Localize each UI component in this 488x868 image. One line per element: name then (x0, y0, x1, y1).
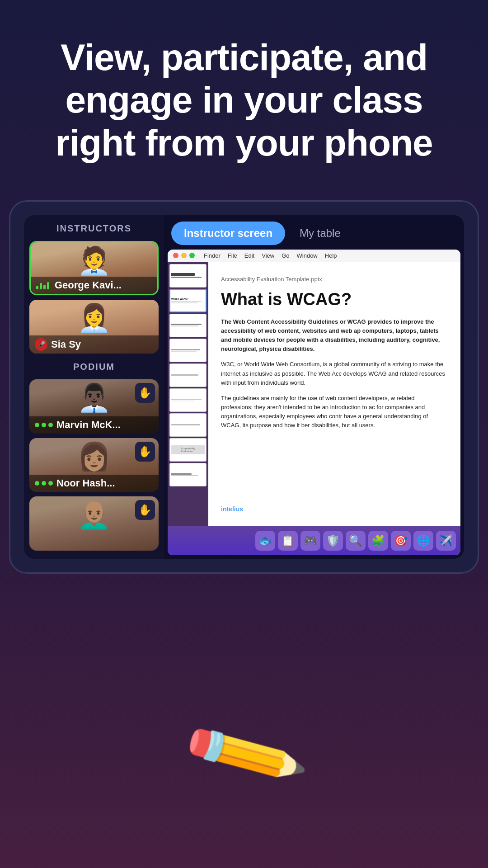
slide-thumb-5[interactable] (169, 363, 206, 387)
dock-icon-notes[interactable]: 📋 (278, 531, 298, 551)
slide-thumb-inner-3 (170, 323, 206, 328)
dock-icon-plane[interactable]: ✈️ (436, 531, 456, 551)
bar1 (36, 286, 38, 289)
mac-menubar: Finder File Edit View Go Window Help (168, 250, 460, 262)
slide-thumb-8[interactable]: AccessibilityEvaluation (169, 438, 206, 462)
pencil-icon: ✏️ (176, 688, 312, 821)
screen-area: Instructor screen My table Finder File E… (164, 215, 464, 559)
slides-sidebar: What is WCAG? (168, 262, 208, 526)
slide-main: Accessability Evaluation Template.pptx W… (208, 262, 460, 526)
slide-para-1-bold: The Web Content Accessibility Guidelines… (221, 318, 440, 352)
dot3 (48, 481, 53, 486)
hero-title: View, participate, and engage in your cl… (27, 36, 461, 164)
participant-card-noor[interactable]: ✋ Noor Hash... (29, 438, 159, 492)
tabs-row: Instructor screen My table (164, 215, 464, 250)
close-button[interactable] (173, 253, 178, 258)
dock-icon-shield[interactable]: 🛡️ (323, 531, 343, 551)
george-name-bar: George Kavi... (31, 277, 157, 294)
tab-instructor-screen[interactable]: Instructor screen (171, 222, 285, 245)
menu-window[interactable]: Window (297, 252, 318, 259)
noor-name-bar: Noor Hash... (29, 475, 159, 492)
sia-name: Sia Sy (51, 339, 81, 350)
dot2 (42, 423, 46, 427)
participant-card-george[interactable]: George Kavi... (29, 241, 159, 295)
dot1 (35, 423, 39, 427)
slide-thumb-9[interactable] (169, 463, 206, 486)
dot3 (48, 423, 53, 427)
menu-file[interactable]: File (228, 252, 237, 259)
mac-window-controls (173, 253, 195, 258)
instructors-label: INSTRUCTORS (29, 223, 159, 234)
mac-content: What is WCAG? (168, 262, 460, 526)
slide-thumb-inner-1 (170, 272, 206, 279)
mac-dock: 🐟 📋 🎮 🛡️ 🔍 🧩 🎯 🌐 ✈️ (168, 526, 460, 555)
bar3 (43, 285, 46, 289)
dock-icon-launchpad[interactable]: 🎮 (300, 531, 320, 551)
dot1 (35, 481, 39, 486)
slide-thumb-6[interactable] (169, 388, 206, 412)
dock-icon-search[interactable]: 🔍 (346, 531, 366, 551)
slide-thumb-7[interactable] (169, 413, 206, 437)
participant-card-marvin[interactable]: ✋ Marvin McK... (29, 379, 159, 434)
noor-dots (35, 481, 53, 486)
slide-body: The Web Content Accessibility Guidelines… (221, 317, 448, 437)
menu-view[interactable]: View (262, 252, 274, 259)
device-inner: INSTRUCTORS George Kavi... (24, 215, 464, 559)
marvin-hand-badge: ✋ (135, 383, 155, 403)
sidebar: INSTRUCTORS George Kavi... (24, 215, 164, 559)
hero-section: View, participate, and engage in your cl… (0, 0, 488, 191)
george-name: George Kavi... (55, 279, 122, 291)
noor-name: Noor Hash... (56, 477, 115, 489)
george-audio-bars (36, 281, 49, 289)
slide-para-2: W3C, or World Wide Web Consortium, is a … (221, 360, 448, 387)
dot2 (42, 481, 46, 486)
participant-card-sia[interactable]: 🎤 Sia Sy (29, 300, 159, 354)
device-card: INSTRUCTORS George Kavi... (9, 200, 479, 574)
dock-icon-browser[interactable]: 🌐 (413, 531, 433, 551)
participant-card-p5[interactable]: ✋ (29, 496, 159, 551)
slide-para-1: The Web Content Accessibility Guidelines… (221, 317, 448, 354)
slide-para-3: The guidelines are mainly for the use of… (221, 394, 448, 430)
slide-thumb-3[interactable] (169, 314, 206, 337)
tab-my-table[interactable]: My table (292, 222, 348, 245)
dock-icon-target[interactable]: 🎯 (391, 531, 411, 551)
bar4 (47, 282, 49, 289)
dock-icon-puzzle[interactable]: 🧩 (368, 531, 388, 551)
slide-filename: Accessability Evaluation Template.pptx (221, 276, 448, 283)
maximize-button[interactable] (189, 253, 195, 258)
slide-heading: What is WCAG? (221, 290, 448, 309)
dock-icon-finder[interactable]: 🐟 (255, 531, 275, 551)
noor-hand-badge: ✋ (135, 442, 155, 462)
podium-label: PODIUM (29, 362, 159, 372)
mac-menu-items: Finder File Edit View Go Window Help (204, 252, 337, 259)
p5-hand-badge: ✋ (135, 500, 155, 520)
pencil-section: ✏️ (0, 574, 488, 868)
slide-thumb-2[interactable]: What is WCAG? (169, 289, 206, 312)
marvin-dots (35, 423, 53, 427)
marvin-name-bar: Marvin McK... (29, 416, 159, 434)
minimize-button[interactable] (181, 253, 187, 258)
mac-window: Finder File Edit View Go Window Help (168, 250, 460, 555)
menu-finder[interactable]: Finder (204, 252, 221, 259)
menu-go[interactable]: Go (282, 252, 289, 259)
menu-edit[interactable]: Edit (244, 252, 254, 259)
marvin-name: Marvin McK... (56, 419, 121, 431)
slide-thumb-4[interactable] (169, 339, 206, 362)
slide-thumb-inner-2: What is WCAG? (170, 297, 206, 304)
sia-name-bar: 🎤 Sia Sy (29, 335, 159, 354)
slide-thumb-1[interactable] (169, 264, 206, 288)
sia-mute-icon: 🎤 (35, 338, 47, 351)
bar2 (40, 283, 42, 289)
slide-brand: intelius (221, 505, 448, 513)
menu-help[interactable]: Help (325, 252, 337, 259)
